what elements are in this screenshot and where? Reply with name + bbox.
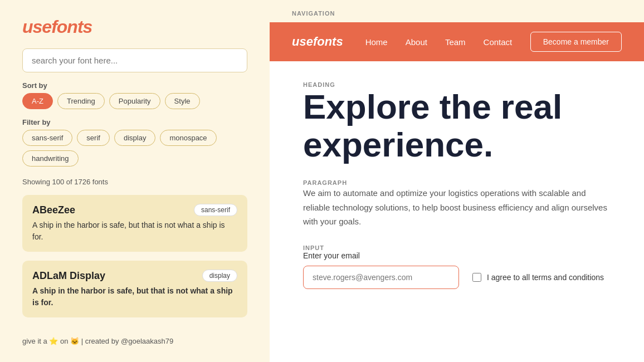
sort-label: Sort by <box>22 81 247 90</box>
paragraph-block: PARAGRAPH We aim to automate and optimiz… <box>303 179 611 229</box>
filter-tag-monospace[interactable]: monospace <box>160 130 216 146</box>
filter-tag-display[interactable]: display <box>114 130 155 146</box>
nav-section-label: NAVIGATION <box>270 0 644 22</box>
filter-tag-serif[interactable]: serif <box>77 130 110 146</box>
paragraph-section-tag: PARAGRAPH <box>303 179 611 186</box>
font-card-abeezee[interactable]: ABeeZee sans-serif A ship in the harbor … <box>22 195 247 252</box>
font-tag-abeezee: sans-serif <box>194 204 237 216</box>
left-panel: usefonts Sort by A-Z Trending Popularity… <box>0 0 270 362</box>
content-area: HEADING Explore the real experience. PAR… <box>270 61 644 362</box>
font-card-header-adlam: ADLaM Display display <box>32 270 237 282</box>
email-input[interactable] <box>303 266 459 289</box>
search-input[interactable] <box>22 48 247 72</box>
sort-tag-style[interactable]: Style <box>165 93 200 109</box>
filter-tag-sans-serif[interactable]: sans-serif <box>22 130 72 146</box>
nav-link-home[interactable]: Home <box>365 37 388 47</box>
sort-tag-popularity[interactable]: Popularity <box>109 93 160 109</box>
paragraph-text: We aim to automate and optimize your log… <box>303 186 611 229</box>
filter-tags: sans-serif serif display monospace handw… <box>22 130 247 167</box>
right-panel: NAVIGATION usefonts Home About Team Cont… <box>270 0 644 362</box>
filter-section: Filter by sans-serif serif display monos… <box>22 118 247 167</box>
terms-checkbox[interactable] <box>472 273 481 282</box>
heading-block: HEADING Explore the real experience. <box>303 81 611 164</box>
filter-tag-handwriting[interactable]: handwriting <box>22 150 79 167</box>
sort-tag-az[interactable]: A-Z <box>22 93 53 109</box>
become-member-button[interactable]: Become a member <box>530 32 622 52</box>
nav-links: Home About Team Contact <box>365 37 530 47</box>
navbar: usefonts Home About Team Contact Become … <box>270 22 644 61</box>
nav-logo: usefonts <box>292 35 343 49</box>
font-name-adlam: ADLaM Display <box>32 270 105 282</box>
nav-link-about[interactable]: About <box>406 37 427 47</box>
font-card-adlam[interactable]: ADLaM Display display A ship in the harb… <box>22 261 247 317</box>
font-preview-adlam: A ship in the harbor is safe, but that i… <box>32 285 237 309</box>
nav-link-contact[interactable]: Contact <box>484 37 513 47</box>
font-card-header: ABeeZee sans-serif <box>32 204 237 216</box>
font-tag-adlam: display <box>202 270 237 282</box>
font-name-abeezee: ABeeZee <box>32 204 75 216</box>
nav-link-team[interactable]: Team <box>445 37 466 47</box>
main-heading: Explore the real experience. <box>303 88 611 164</box>
input-block: INPUT Enter your email I agree to all te… <box>303 244 611 289</box>
checkbox-row: I agree to all terms and conditions <box>472 273 604 282</box>
showing-text: Showing 100 of 1726 fonts <box>22 178 247 186</box>
footer-text: give it a ⭐ on 🐱 | created by @goelaakas… <box>22 337 247 345</box>
email-label: Enter your email <box>303 251 611 260</box>
left-logo: usefonts <box>22 17 247 37</box>
terms-label: I agree to all terms and conditions <box>487 273 604 282</box>
input-section-tag: INPUT <box>303 244 611 251</box>
sort-tag-trending[interactable]: Trending <box>57 93 105 109</box>
input-row: I agree to all terms and conditions <box>303 266 611 289</box>
sort-section: Sort by A-Z Trending Popularity Style <box>22 81 247 109</box>
filter-label: Filter by <box>22 118 247 126</box>
sort-tags: A-Z Trending Popularity Style <box>22 93 247 109</box>
font-preview-abeezee: A ship in the harbor is safe, but that i… <box>32 219 237 243</box>
